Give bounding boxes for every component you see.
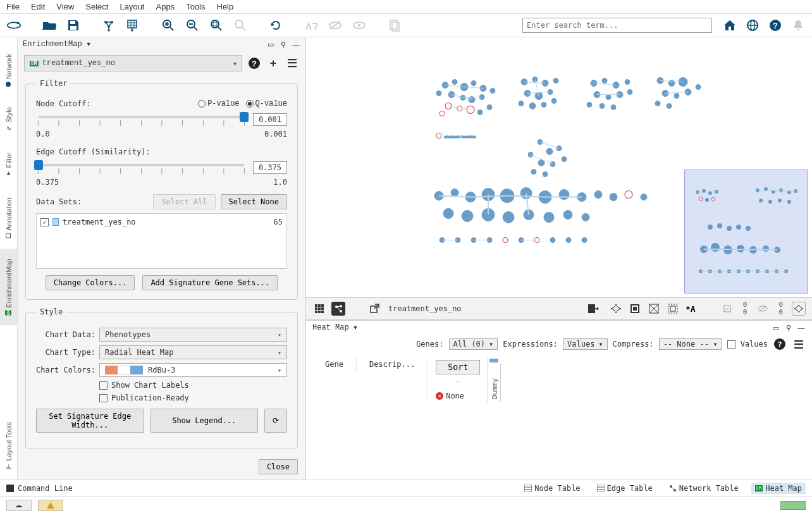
web-icon[interactable] — [745, 18, 760, 33]
warnings-button[interactable] — [38, 500, 63, 511]
menu-apps[interactable]: Apps — [156, 2, 175, 11]
jobs-button[interactable] — [6, 500, 32, 511]
menu-select[interactable]: Select — [85, 2, 108, 11]
text-scale-icon[interactable]: *A — [685, 302, 699, 316]
chart-data-dropdown[interactable]: Phenotypes▾ — [99, 328, 287, 342]
refresh-icon[interactable] — [268, 18, 283, 33]
sort-button[interactable]: Sort — [436, 360, 480, 374]
memory-indicator[interactable] — [780, 501, 806, 510]
tab-command-line[interactable]: Command Line — [18, 484, 73, 493]
tab-network-table[interactable]: Network Table — [665, 483, 742, 494]
help-icon[interactable]: ? — [768, 18, 783, 33]
open-icon[interactable] — [42, 18, 57, 33]
hide-graphics-icon[interactable] — [647, 302, 661, 316]
add-button[interactable]: + — [266, 56, 280, 70]
add-signature-button[interactable]: Add Signature Gene Sets... — [142, 275, 278, 290]
svg-point-165 — [778, 199, 782, 202]
refresh-style-button[interactable]: ⟳ — [264, 409, 287, 433]
menu-layout[interactable]: Layout — [120, 2, 144, 11]
svg-point-171 — [746, 226, 751, 231]
hm-help-icon[interactable]: ? — [773, 337, 787, 351]
change-colors-button[interactable]: Change Colors... — [46, 275, 135, 290]
qvalue-radio[interactable]: Q-value — [246, 99, 287, 108]
svg-point-167 — [708, 225, 713, 230]
pvalue-radio[interactable]: P-value — [198, 99, 239, 108]
bell-icon[interactable] — [790, 18, 806, 33]
detach-view-icon[interactable] — [331, 302, 345, 316]
show-legend-button[interactable]: Show Legend... — [151, 409, 259, 433]
hm-float-icon[interactable]: ▭ — [772, 323, 780, 332]
compress-dropdown[interactable]: -- None --▾ — [659, 338, 722, 350]
node-cutoff-slider[interactable]: ||||||||||| — [36, 116, 247, 126]
svg-line-17 — [194, 27, 197, 30]
select-none-button[interactable]: Select None — [221, 194, 287, 209]
node-cutoff-value[interactable]: 0.001 — [253, 113, 287, 126]
save-icon[interactable] — [66, 18, 81, 33]
vtab-style[interactable]: ✎Style — [0, 97, 17, 142]
set-sig-edge-button[interactable]: Set Signature Edge Width... — [36, 409, 144, 433]
bird-eye-icon[interactable] — [609, 302, 623, 316]
hm-minimize-icon[interactable]: — — [797, 323, 806, 332]
home-icon[interactable] — [722, 18, 737, 33]
svg-line-219 — [726, 307, 729, 310]
chart-type-dropdown[interactable]: Radial Heat Map▾ — [99, 345, 287, 359]
vtab-network[interactable]: Network — [0, 44, 17, 97]
svg-text:*A: *A — [686, 304, 696, 314]
export-image-icon[interactable] — [586, 302, 600, 316]
genes-dropdown[interactable]: All (0)▾ — [449, 338, 498, 350]
network-view[interactable]: cytoplasmic translation — [306, 37, 812, 297]
import-network-icon[interactable] — [101, 18, 116, 33]
menu-file[interactable]: File — [6, 2, 20, 11]
menu-view[interactable]: View — [56, 2, 74, 11]
vtab-filter[interactable]: ▼Filter — [0, 142, 17, 187]
search-input[interactable] — [522, 18, 712, 33]
close-button[interactable]: Close — [259, 459, 298, 474]
tab-heat-map[interactable]: EMHeat Map — [751, 483, 806, 494]
svg-point-156 — [711, 197, 715, 201]
fit-content-icon[interactable] — [792, 302, 806, 316]
vtab-annotation[interactable]: Annotation — [0, 187, 17, 249]
edge-cutoff-slider[interactable]: ||||||||||| — [36, 164, 247, 174]
publication-ready-checkbox[interactable]: Publication-Ready — [99, 393, 287, 402]
tab-node-table[interactable]: Node Table — [520, 483, 584, 494]
new-session-icon[interactable] — [6, 18, 22, 33]
grid-view-icon[interactable] — [312, 302, 326, 316]
dataset-checkbox[interactable]: ✓ — [40, 218, 49, 226]
pin-icon[interactable]: ⚲ — [279, 40, 288, 49]
hm-pin-icon[interactable]: ⚲ — [784, 323, 793, 332]
menu-tools[interactable]: Tools — [186, 2, 205, 11]
expressions-dropdown[interactable]: Values▾ — [563, 338, 608, 350]
main-toolbar: ? — [0, 14, 812, 37]
zoom-out-icon[interactable] — [185, 18, 200, 33]
values-checkbox[interactable] — [727, 340, 735, 349]
hm-menu-icon[interactable]: ☰ — [792, 337, 806, 351]
edge-cutoff-value[interactable]: 0.375 — [253, 161, 287, 174]
file-icon — [52, 218, 59, 226]
dataset-row[interactable]: ✓ treatment_yes_no 65 — [39, 216, 284, 228]
vtab-enrichmentmap[interactable]: EMEnrichmentMap — [0, 249, 17, 325]
zoom-in-icon[interactable] — [161, 18, 176, 33]
svg-point-81 — [600, 104, 605, 109]
panel-help-icon[interactable]: ? — [247, 56, 261, 70]
show-graphics-icon[interactable] — [666, 302, 680, 316]
tab-edge-table[interactable]: Edge Table — [593, 483, 656, 494]
menu-icon[interactable]: ☰ — [285, 56, 299, 70]
vtab-layout-tools[interactable]: ⊩Layout Tools — [0, 412, 17, 479]
import-table-icon[interactable] — [125, 18, 140, 33]
menu-edit[interactable]: Edit — [31, 2, 45, 11]
canvas-toolbar: treatment_yes_no *A 00 00 — [306, 297, 812, 320]
network-dropdown[interactable]: EM treatment_yes_no ▾ — [24, 55, 242, 71]
overview-minimap[interactable] — [684, 170, 808, 294]
chart-colors-dropdown[interactable]: RdBu-3▾ — [99, 363, 287, 377]
svg-point-80 — [627, 90, 632, 95]
expressions-label: Expressions: — [503, 340, 558, 349]
menu-help[interactable]: Help — [217, 2, 234, 11]
float-icon[interactable]: ▭ — [266, 40, 275, 49]
svg-point-46 — [436, 91, 441, 96]
zoom-fit-icon[interactable] — [209, 18, 224, 33]
always-show-graphics-icon[interactable] — [628, 302, 642, 316]
show-chart-labels-checkbox[interactable]: Show Chart Labels — [99, 381, 287, 390]
open-external-icon[interactable] — [368, 302, 382, 316]
svg-rect-200 — [318, 311, 321, 313]
minimize-icon[interactable]: — — [292, 40, 300, 49]
